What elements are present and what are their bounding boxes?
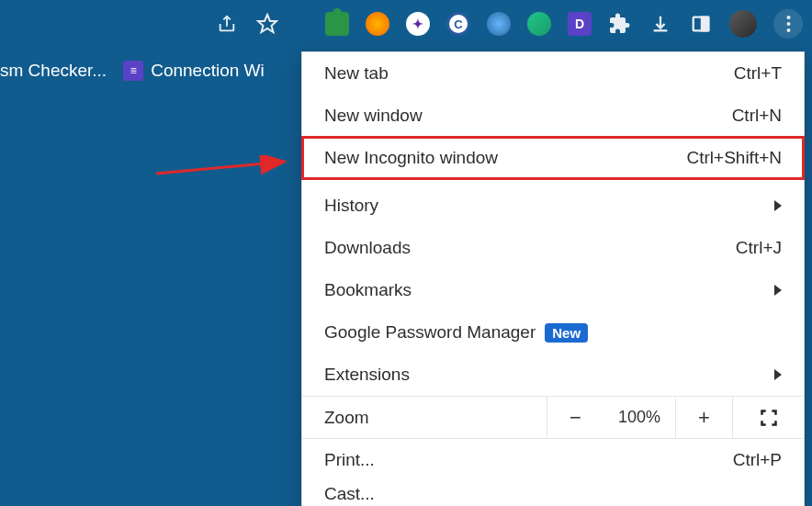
svg-rect-2 xyxy=(702,17,708,31)
menu-downloads[interactable]: Downloads Ctrl+J xyxy=(302,227,804,269)
menu-shortcut: Ctrl+P xyxy=(733,450,782,470)
chevron-right-icon xyxy=(774,285,782,296)
menu-label: History xyxy=(324,196,378,216)
menu-shortcut: Ctrl+T xyxy=(734,63,782,84)
menu-label: New Incognito window xyxy=(324,148,498,168)
menu-label: New window xyxy=(324,106,423,126)
extensions-icon[interactable] xyxy=(608,12,632,36)
menu-label: Downloads xyxy=(324,238,411,258)
bookmark-label: sm Checker... xyxy=(0,61,107,81)
arrow-annotation xyxy=(152,155,299,183)
menu-new-window[interactable]: New window Ctrl+N xyxy=(302,95,804,137)
download-icon[interactable] xyxy=(648,12,672,36)
menu-extensions[interactable]: Extensions xyxy=(302,354,804,396)
svg-point-3 xyxy=(786,16,790,19)
extension-icon-7[interactable]: D xyxy=(568,12,592,36)
svg-marker-0 xyxy=(258,15,276,32)
menu-label: Print... xyxy=(324,450,375,470)
menu-shortcut: Ctrl+N xyxy=(732,106,782,126)
chevron-right-icon xyxy=(774,200,782,211)
menu-label: New tab xyxy=(324,63,389,84)
fullscreen-button[interactable] xyxy=(732,397,804,438)
menu-label: Zoom xyxy=(302,408,547,428)
extension-icon-5[interactable] xyxy=(487,12,511,36)
extension-icon-1[interactable] xyxy=(325,12,349,36)
menu-cast[interactable]: Cast... xyxy=(302,480,804,506)
avatar[interactable] xyxy=(729,10,757,38)
extension-icon-4[interactable]: C xyxy=(446,12,470,36)
menu-label: Extensions xyxy=(324,365,410,385)
extension-icon-2[interactable] xyxy=(366,12,389,36)
bookmark-item[interactable]: sm Checker... xyxy=(0,61,107,81)
bookmark-favicon: ≡ xyxy=(123,61,143,81)
browser-menu: New tab Ctrl+T New window Ctrl+N New Inc… xyxy=(301,51,805,506)
zoom-out-button[interactable]: − xyxy=(547,397,603,438)
extension-icon-3[interactable]: ✦ xyxy=(406,12,430,36)
bookmark-item[interactable]: ≡ Connection Wi xyxy=(123,61,265,81)
menu-history[interactable]: History xyxy=(302,185,804,227)
side-panel-icon[interactable] xyxy=(689,12,713,36)
chevron-right-icon xyxy=(774,369,782,380)
svg-point-4 xyxy=(786,22,790,26)
more-button[interactable] xyxy=(773,9,803,39)
svg-line-7 xyxy=(156,162,285,174)
menu-new-incognito[interactable]: New Incognito window Ctrl+Shift+N xyxy=(302,137,804,179)
zoom-value: 100% xyxy=(603,397,675,438)
menu-label: Google Password Manager xyxy=(324,322,536,343)
menu-shortcut: Ctrl+J xyxy=(736,238,782,258)
menu-new-tab[interactable]: New tab Ctrl+T xyxy=(302,52,804,95)
svg-point-5 xyxy=(786,28,790,32)
menu-print[interactable]: Print... Ctrl+P xyxy=(302,438,804,480)
menu-shortcut: Ctrl+Shift+N xyxy=(687,148,782,168)
share-icon[interactable] xyxy=(215,12,239,36)
menu-label: Bookmarks xyxy=(324,280,412,300)
zoom-in-button[interactable]: + xyxy=(675,397,732,438)
new-badge: New xyxy=(545,323,588,343)
menu-bookmarks[interactable]: Bookmarks xyxy=(302,269,804,311)
browser-toolbar: ✦ C D xyxy=(0,0,812,48)
star-icon[interactable] xyxy=(255,12,279,36)
extension-icon-6[interactable] xyxy=(527,12,551,36)
menu-label: Cast... xyxy=(324,484,375,504)
menu-password-manager[interactable]: Google Password Manager New xyxy=(302,311,804,354)
menu-zoom-row: Zoom − 100% + xyxy=(302,396,804,438)
bookmark-label: Connection Wi xyxy=(151,61,265,81)
